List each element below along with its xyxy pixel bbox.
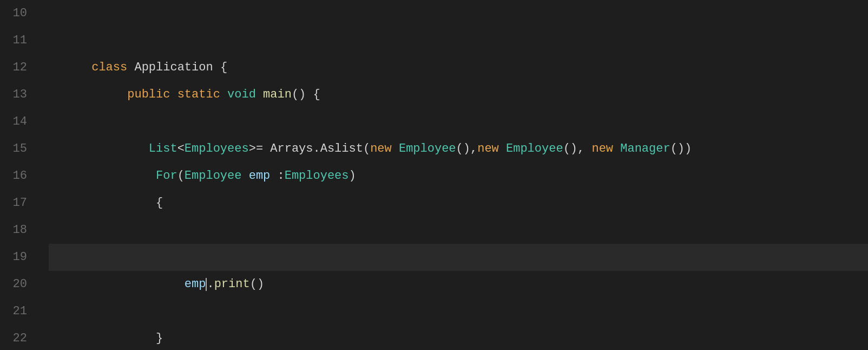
line-num-11: 11 [0, 27, 27, 54]
line-num-21: 21 [0, 298, 27, 325]
line-num-18: 18 [0, 217, 27, 244]
code-line-13 [49, 81, 868, 108]
line-num-16: 16 [0, 163, 27, 190]
code-line-22 [49, 325, 868, 350]
code-line-18: //fix [49, 217, 868, 244]
line-num-17: 17 [0, 190, 27, 217]
line-num-22: 22 [0, 325, 27, 350]
line-num-12: 12 [0, 54, 27, 81]
code-line-14: List<Employees>= Arrays.Aslist(new Emplo… [49, 108, 868, 135]
code-line-16: { [49, 163, 868, 190]
line-num-10: 10 [0, 0, 27, 27]
line-num-15: 15 [0, 135, 27, 163]
code-line-12: public static void main() { [49, 54, 868, 81]
code-line-20 [49, 271, 868, 298]
code-content[interactable]: class Application { public static void m… [38, 0, 868, 350]
code-editor: 10 11 12 13 14 15 16 17 18 19 20 21 22 2… [0, 0, 868, 350]
line-num-19: 19 [0, 244, 27, 271]
line-num-14: 14 [0, 108, 27, 135]
code-line-11: class Application { [49, 27, 868, 54]
code-line-17 [49, 190, 868, 217]
code-line-15: For(Employee emp :Employees) [49, 135, 868, 163]
line-numbers: 10 11 12 13 14 15 16 17 18 19 20 21 22 2… [0, 0, 38, 350]
code-line-10 [49, 0, 868, 27]
line-num-20: 20 [0, 271, 27, 298]
code-line-19: emp.print() [49, 244, 868, 271]
code-line-21: } [49, 298, 868, 325]
line-num-13: 13 [0, 81, 27, 108]
